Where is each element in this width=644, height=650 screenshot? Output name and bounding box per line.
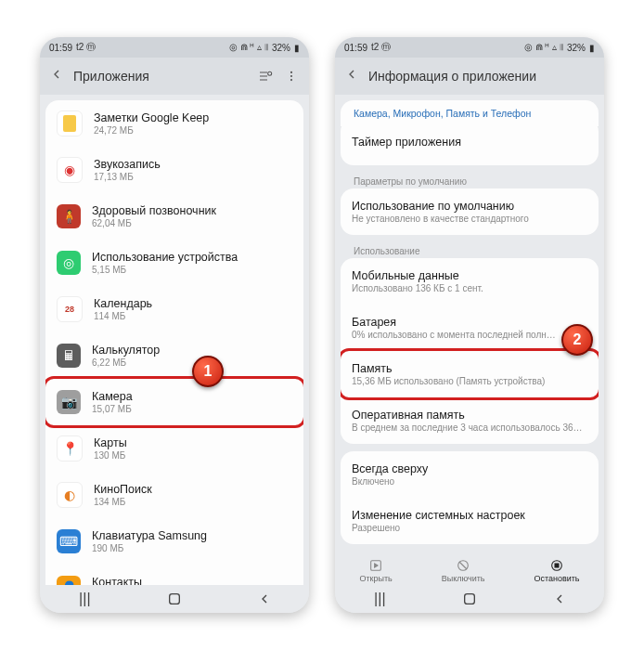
navigation-bar: ||| xyxy=(335,585,604,613)
contacts-icon: 👤 xyxy=(57,576,81,585)
app-row-camera[interactable]: 📷 Камера15,07 МБ xyxy=(45,376,303,428)
app-size: 15,07 МБ xyxy=(92,404,292,415)
status-battery: 32% xyxy=(567,43,586,53)
page-title: Информация о приложении xyxy=(368,69,595,84)
status-bar: 01:59 t2 ⓜ ◎ ⋒ ᴴ ▵ ⫴ 32% ▮ xyxy=(40,37,309,58)
back-icon[interactable] xyxy=(344,67,359,85)
app-row-device-usage[interactable]: ◎ Использование устройства5,15 МБ xyxy=(45,240,303,286)
row-title: Память xyxy=(352,362,587,376)
posture-icon: 🧍 xyxy=(57,204,81,228)
svg-line-10 xyxy=(459,562,467,569)
nav-home-icon[interactable] xyxy=(462,592,477,606)
nav-recents-icon[interactable]: ||| xyxy=(372,592,387,606)
app-info-content: Камера, Микрофон, Память и Телефон Тайме… xyxy=(335,95,604,552)
row-memory[interactable]: Память 15,36 МБ использовано (Память уст… xyxy=(341,348,599,400)
app-name: Использование устройства xyxy=(92,251,292,265)
svg-rect-12 xyxy=(555,564,559,567)
header: Приложения xyxy=(40,58,309,95)
app-name: Заметки Google Keep xyxy=(94,111,292,125)
nav-back-icon[interactable] xyxy=(552,592,567,606)
row-sub: 0% использовано с момента последней полн… xyxy=(352,330,587,341)
app-row-kinopoisk[interactable]: ◐ КиноПоиск134 МБ xyxy=(45,472,303,518)
app-name: Калькулятор xyxy=(92,344,292,358)
calendar-icon: 28 xyxy=(57,296,83,322)
section-usage: Использование xyxy=(341,242,599,258)
row-sub: 15,36 МБ использовано (Память устройства… xyxy=(352,376,587,387)
battery-icon: ▮ xyxy=(294,43,300,53)
app-size: 134 МБ xyxy=(94,497,292,508)
action-label: Остановить xyxy=(534,574,579,583)
row-sub: Использовано 136 КБ с 1 сент. xyxy=(352,283,587,294)
back-icon[interactable] xyxy=(49,67,64,85)
row-sub: Разрешено xyxy=(352,523,587,534)
calculator-icon: 🖩 xyxy=(57,344,81,368)
nav-recents-icon[interactable]: ||| xyxy=(77,592,92,606)
phone-left: 01:59 t2 ⓜ ◎ ⋒ ᴴ ▵ ⫴ 32% ▮ Приложения За… xyxy=(40,37,309,613)
action-open[interactable]: Открыть xyxy=(359,558,392,583)
action-disable[interactable]: Выключить xyxy=(442,558,485,583)
app-name: Звукозапись xyxy=(94,158,292,172)
svg-point-3 xyxy=(268,72,272,75)
app-name: Камера xyxy=(92,390,292,404)
svg-point-4 xyxy=(290,72,292,73)
maps-icon: 📍 xyxy=(57,436,83,462)
row-sub: Не установлено в качестве стандартного xyxy=(352,214,587,225)
app-name: Календарь xyxy=(94,297,292,311)
app-row-keyboard[interactable]: ⌨ Клавиатура Samsung190 МБ xyxy=(45,518,303,565)
app-row-contacts[interactable]: 👤 Контакты6,13 МБ xyxy=(45,565,303,585)
row-battery[interactable]: Батарея 0% использовано с момента послед… xyxy=(341,305,599,351)
status-bar: 01:59 t2 ⓜ ◎ ⋒ ᴴ ▵ ⫴ 32% ▮ xyxy=(335,37,604,58)
row-title: Изменение системных настроек xyxy=(352,509,587,523)
nav-home-icon[interactable] xyxy=(167,592,182,606)
row-ram[interactable]: Оперативная память В среднем за последни… xyxy=(341,397,599,444)
phone-right: 01:59 t2 ⓜ ◎ ⋒ ᴴ ▵ ⫴ 32% ▮ Информация о … xyxy=(335,37,604,613)
status-time: 01:59 xyxy=(344,43,367,53)
app-size: 17,13 МБ xyxy=(94,172,292,183)
camera-icon: 📷 xyxy=(57,390,81,414)
section-default: Параметры по умолчанию xyxy=(341,173,599,188)
app-name: Клавиатура Samsung xyxy=(92,529,292,543)
app-size: 5,15 МБ xyxy=(92,265,292,276)
svg-point-5 xyxy=(290,75,292,77)
search-filter-icon[interactable] xyxy=(257,69,274,84)
header: Информация о приложении xyxy=(335,58,604,95)
svg-rect-13 xyxy=(465,594,475,604)
app-size: 24,72 МБ xyxy=(94,125,292,136)
page-title: Приложения xyxy=(73,69,248,84)
more-icon[interactable] xyxy=(283,70,300,83)
battery-icon: ▮ xyxy=(589,43,595,53)
row-title: Всегда сверху xyxy=(352,462,587,476)
app-row-calculator[interactable]: 🖩 Калькулятор6,22 МБ xyxy=(45,332,303,379)
nav-back-icon[interactable] xyxy=(257,592,272,606)
row-default-usage[interactable]: Использование по умолчанию Не установлен… xyxy=(341,188,599,235)
svg-rect-7 xyxy=(170,594,180,604)
row-always-on-top[interactable]: Всегда сверху Включено xyxy=(341,451,599,498)
app-row-posture[interactable]: 🧍 Здоровый позвоночник62,04 МБ xyxy=(45,193,303,240)
app-size: 62,04 МБ xyxy=(92,218,292,229)
device-usage-icon: ◎ xyxy=(57,251,81,275)
status-battery: 32% xyxy=(272,43,290,53)
app-row-maps[interactable]: 📍 Карты130 МБ xyxy=(45,425,303,472)
kinopoisk-icon: ◐ xyxy=(57,482,83,508)
status-time: 01:59 xyxy=(49,43,72,53)
row-mobile-data[interactable]: Мобильные данные Использовано 136 КБ с 1… xyxy=(341,258,599,305)
action-stop[interactable]: Остановить xyxy=(534,558,579,583)
row-title: Мобильные данные xyxy=(352,269,587,283)
row-app-timer[interactable]: Таймер приложения xyxy=(341,119,599,165)
app-name: Здоровый позвоночник xyxy=(92,204,292,218)
status-extra: t2 ⓜ xyxy=(371,41,391,54)
app-size: 130 МБ xyxy=(94,450,292,462)
app-row-calendar[interactable]: 28 Календарь114 МБ xyxy=(45,286,303,332)
svg-point-6 xyxy=(290,79,292,81)
row-sub: В среднем за последние 3 часа использова… xyxy=(352,422,587,434)
row-sub: Включено xyxy=(352,476,587,488)
app-row-recorder[interactable]: ◉ Звукозапись17,13 МБ xyxy=(45,147,303,193)
app-name: Карты xyxy=(94,436,292,450)
app-size: 114 МБ xyxy=(94,311,292,322)
app-row-keep[interactable]: Заметки Google Keep24,72 МБ xyxy=(45,100,303,147)
row-system-settings[interactable]: Изменение системных настроек Разрешено xyxy=(341,498,599,544)
app-name: Контакты xyxy=(92,576,292,586)
status-icons: ◎ ⋒ ᴴ ▵ ⫴ xyxy=(229,42,268,53)
action-label: Открыть xyxy=(359,574,392,583)
row-title: Использование по умолчанию xyxy=(352,200,587,214)
